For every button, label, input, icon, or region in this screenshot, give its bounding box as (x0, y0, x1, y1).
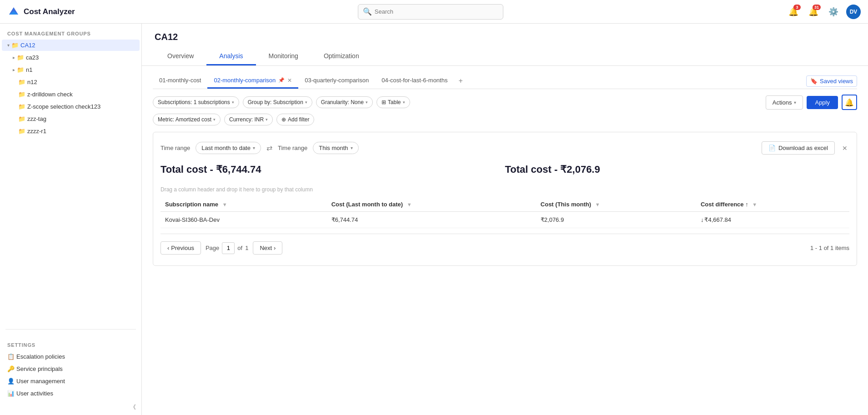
time-range-label-left: Time range (161, 145, 190, 151)
notifications-btn-2[interactable]: 🔔 31 (806, 5, 821, 19)
subtab-quarterly-comparison[interactable]: 03-quarterly-comparison (298, 73, 375, 89)
subscriptions-label: Subscriptions: 1 subscriptions (158, 99, 230, 105)
tab-monitoring[interactable]: Monitoring (256, 48, 311, 65)
sidebar-item-escalation[interactable]: 📋 Escalation policies (2, 351, 140, 362)
add-filter-btn[interactable]: ⊕ Add filter (276, 114, 314, 125)
previous-btn[interactable]: ‹ Previous (161, 241, 201, 255)
sidebar-section-label: COST MANAGEMENT GROUPS (0, 24, 141, 39)
bell-alert-icon: 🔔 (845, 98, 854, 107)
folder-icon: 📁 (18, 91, 25, 98)
view-filter[interactable]: ⊞ Table ▾ (376, 96, 410, 108)
chevron-left-icon: ‹ (167, 245, 169, 251)
sidebar-item-ca12[interactable]: ▾ 📁 CA12 (2, 40, 140, 51)
search-input[interactable] (375, 8, 498, 15)
filter-icon-cost-right[interactable]: ▼ (595, 202, 600, 207)
table-icon: ⊞ (381, 99, 386, 105)
subtabs-row: 01-monthly-cost 02-monthly-comparison 📌 … (153, 73, 857, 89)
sidebar-item-zscope[interactable]: 📁 Z-scope selection check123 (2, 101, 140, 112)
items-summary: 1 - 1 of 1 items (810, 245, 849, 251)
sidebar-item-zzztag[interactable]: 📁 zzz-tag (2, 113, 140, 125)
close-comparison-btn[interactable]: ✕ (840, 143, 849, 154)
subtab-label-quarterly-comparison: 03-quarterly-comparison (305, 77, 369, 84)
apply-btn[interactable]: Apply (807, 96, 838, 109)
badge-2: 31 (813, 5, 821, 10)
sidebar-item-label-zdrilldown: z-drilldown check (27, 91, 73, 98)
chevron-down-icon: ▾ (7, 43, 10, 48)
settings-btn[interactable]: ⚙️ (826, 5, 841, 19)
filter-icon-cost-left[interactable]: ▼ (407, 202, 412, 207)
subscriptions-filter[interactable]: Subscriptions: 1 subscriptions ▾ (153, 96, 239, 108)
sidebar-item-n1[interactable]: ▸ 📁 n1 (2, 64, 140, 75)
actions-btn[interactable]: Actions ▾ (766, 95, 803, 110)
user-avatar[interactable]: DV (846, 5, 861, 19)
chevron-down-icon: ▾ (794, 100, 796, 105)
view-label: Table (388, 99, 401, 105)
filters-row-1: Subscriptions: 1 subscriptions ▾ Group b… (153, 95, 857, 110)
filter-icon: ⊕ (281, 116, 286, 123)
col-cost-difference: Cost difference ↑ ▼ (696, 197, 849, 212)
app-logo[interactable]: Cost Analyzer (7, 5, 75, 18)
sidebar-item-user-management[interactable]: 👤 User management (2, 375, 140, 387)
col-subscription-name: Subscription name ▼ (161, 197, 327, 212)
add-filter-label: Add filter (288, 116, 309, 123)
person-icon: 👤 (7, 378, 15, 385)
subtab-monthly-cost[interactable]: 01-monthly-cost (153, 73, 207, 89)
granularity-filter[interactable]: Granularity: None ▾ (316, 96, 373, 108)
chevron-down-icon: ▾ (366, 100, 368, 105)
total-pages: 1 (245, 245, 248, 251)
saved-views-btn[interactable]: 🔖 Saved views (806, 75, 857, 87)
chevron-down-icon: ▾ (305, 100, 307, 105)
tab-overview[interactable]: Overview (155, 48, 206, 65)
topnav-actions: 🔔 3 🔔 31 ⚙️ DV (786, 5, 861, 19)
escalation-label: Escalation policies (16, 353, 65, 360)
sidebar-item-zdrilldown[interactable]: 📁 z-drilldown check (2, 89, 140, 100)
next-btn[interactable]: Next › (253, 241, 282, 255)
filter-icon-subscription[interactable]: ▼ (222, 202, 227, 207)
page-number-input[interactable] (222, 242, 235, 254)
sidebar-item-label-zzztag: zzz-tag (27, 115, 46, 122)
saved-views-label: Saved views (820, 78, 853, 85)
metric-filter[interactable]: Metric: Amortized cost ▾ (153, 114, 221, 125)
col-cost-left: Cost (Last month to date) ▼ (327, 197, 536, 212)
folder-icon: 📁 (18, 128, 25, 135)
logo-icon (7, 5, 20, 18)
table-row: Kovai-SI360-BA-Dev ₹6,744.74 ₹2,076.9 ₹4… (161, 212, 849, 228)
tab-analysis[interactable]: Analysis (206, 48, 256, 65)
time-range-right-chip[interactable]: This month ▾ (313, 142, 358, 154)
granularity-label: Granularity: None (321, 99, 364, 105)
alert-btn[interactable]: 🔔 (842, 95, 857, 110)
sidebar-item-n12[interactable]: 📁 n12 (2, 76, 140, 88)
sidebar-item-service-principals[interactable]: 🔑 Service principals (2, 363, 140, 375)
sidebar-item-user-activities[interactable]: 📊 User activities (2, 388, 140, 399)
swap-icon[interactable]: ⇄ (266, 144, 272, 152)
col-cost-right: Cost (This month) ▼ (536, 197, 696, 212)
tab-optimization[interactable]: Optimization (311, 48, 372, 65)
sidebar-collapse-btn[interactable]: 《 (0, 400, 141, 415)
notifications-btn-1[interactable]: 🔔 3 (786, 5, 801, 19)
cell-cost-difference: ₹4,667.84 (696, 212, 849, 228)
sidebar-item-ca23[interactable]: ▸ 📁 ca23 (2, 52, 140, 63)
chevron-down-icon: ▾ (232, 100, 234, 105)
sidebar-item-zzzzr1[interactable]: 📁 zzzz-r1 (2, 125, 140, 137)
folder-icon: 📁 (11, 42, 19, 49)
close-subtab-icon[interactable]: ✕ (287, 77, 292, 84)
currency-filter[interactable]: Currency: INR ▾ (224, 114, 273, 125)
download-excel-btn[interactable]: 📄 Download as excel (762, 141, 835, 155)
search-box[interactable]: 🔍 (358, 4, 503, 20)
sidebar-divider (5, 329, 136, 330)
subtab-label-cost-last-6: 04-cost-for-last-6-months (381, 77, 447, 84)
subtab-cost-last-6[interactable]: 04-cost-for-last-6-months (375, 73, 454, 89)
subtab-monthly-comparison[interactable]: 02-monthly-comparison 📌 ✕ (207, 73, 298, 89)
filter-icon-cost-diff[interactable]: ▼ (752, 202, 757, 207)
chevron-down-icon: ▾ (266, 117, 268, 122)
next-label: Next (260, 245, 272, 251)
table-header-row: Subscription name ▼ Cost (Last month to … (161, 197, 849, 212)
time-range-left-chip[interactable]: Last month to date ▾ (196, 142, 261, 154)
group-by-filter[interactable]: Group by: Subscription ▾ (243, 96, 312, 108)
search-icon: 🔍 (363, 7, 372, 16)
drag-hint: Drag a column header and drop it here to… (161, 186, 849, 193)
page-info: Page of 1 (206, 242, 248, 254)
add-subtab-btn[interactable]: + (454, 73, 467, 89)
cell-subscription-name: Kovai-SI360-BA-Dev (161, 212, 327, 228)
chevron-right-icon: › (274, 245, 276, 251)
